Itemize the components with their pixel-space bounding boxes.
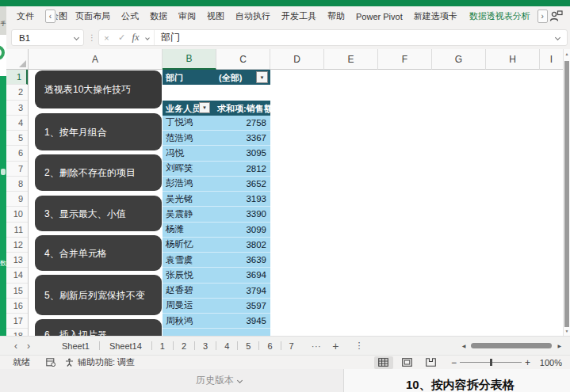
name-box[interactable]: B1: [11, 29, 84, 46]
row-header[interactable]: 2: [6, 85, 28, 100]
pivot-row[interactable]: 刘晖笑2812: [163, 162, 270, 177]
pivot-row[interactable]: 彭浩鸿3652: [163, 177, 270, 192]
sheet-nav-left-button[interactable]: ‹: [10, 341, 22, 352]
tab-developer[interactable]: 开发工具: [276, 10, 322, 22]
pivot-row[interactable]: 周秋鸿3945: [163, 314, 270, 329]
column-header-i[interactable]: I: [540, 49, 563, 70]
column-header-e[interactable]: E: [324, 49, 378, 70]
horizontal-scrollbar[interactable]: ◀ ▶: [460, 343, 564, 348]
tab-formulas[interactable]: 公式: [116, 10, 144, 22]
pivot-row-field-header[interactable]: 业务人员: [166, 103, 201, 115]
tab-draw-partial[interactable]: 绘图: [56, 10, 70, 22]
row-header[interactable]: 5: [6, 131, 28, 146]
tip-box-2[interactable]: 2、删除不存在的项目: [35, 154, 162, 191]
row-header[interactable]: 8: [6, 177, 28, 192]
tab-new-tab[interactable]: 新建选项卡: [408, 10, 463, 22]
sheet-nav-right-button[interactable]: ›: [22, 341, 35, 352]
tab-page-layout[interactable]: 页面布局: [70, 10, 116, 22]
row-header[interactable]: 13: [6, 253, 28, 268]
formula-bar-expand-icon[interactable]: [556, 36, 560, 40]
column-header-c[interactable]: C: [216, 49, 270, 70]
zoom-out-button[interactable]: −: [451, 357, 457, 368]
vertical-scrollbar[interactable]: ▲ ▼: [563, 49, 570, 336]
sheet-tab-1[interactable]: 1: [152, 337, 173, 355]
row-header[interactable]: 9: [6, 192, 28, 207]
function-chevron-icon[interactable]: [142, 36, 153, 40]
row-header[interactable]: 3: [6, 101, 28, 116]
sheet-tab-2[interactable]: 2: [174, 337, 194, 355]
page-layout-view-button[interactable]: [398, 356, 417, 369]
row-header[interactable]: 15: [6, 284, 28, 299]
pivot-values-header[interactable]: 求和项:销售额: [217, 103, 270, 115]
add-sheet-button[interactable]: +: [332, 340, 339, 352]
sheet-tab-sheet1[interactable]: Sheet1: [52, 337, 99, 355]
tab-help[interactable]: 帮助: [322, 10, 350, 22]
cell-grid[interactable]: 透视表10大操作技巧 1、按年月组合 2、删除不存在的项目 3、显示最大、小值 …: [29, 70, 563, 336]
name-box-chevron-icon[interactable]: [70, 36, 83, 40]
pivot-row[interactable]: 袁雪虞3639: [163, 253, 270, 268]
macro-record-icon[interactable]: [46, 358, 55, 367]
insert-function-button[interactable]: fx: [129, 32, 142, 44]
zoom-slider-thumb[interactable]: [490, 359, 492, 366]
scroll-down-icon[interactable]: ▼: [564, 329, 570, 333]
pivot-row[interactable]: 丁悦鸿2758: [163, 116, 270, 131]
pivot-row[interactable]: 杨昕忆3802: [163, 238, 270, 253]
row-header[interactable]: 17: [6, 314, 28, 329]
row-header[interactable]: 12: [6, 238, 28, 253]
tip-box-6[interactable]: 6、插入切片器: [35, 319, 162, 336]
tip-box-4[interactable]: 4、合并单元格: [35, 235, 162, 271]
tip-box-title[interactable]: 透视表10大操作技巧: [35, 70, 162, 108]
pivot-filter-field[interactable]: 部门: [166, 72, 183, 84]
row-header[interactable]: 4: [6, 116, 28, 131]
ribbon-scroll-right-button[interactable]: ›: [537, 10, 548, 23]
vertical-scrollbar-thumb[interactable]: [564, 61, 569, 327]
row-header[interactable]: 14: [6, 268, 28, 283]
sheet-tab-5[interactable]: 5: [238, 337, 258, 355]
pivot-row[interactable]: 吴光铭3193: [163, 192, 270, 207]
pivot-row-partial[interactable]: [163, 329, 270, 336]
more-sheets-icon[interactable]: ···: [312, 341, 322, 351]
ribbon-scroll-left-button[interactable]: ‹: [45, 10, 55, 23]
column-header-d[interactable]: D: [270, 49, 324, 70]
sheet-tab-6[interactable]: 6: [259, 337, 280, 355]
tab-automate[interactable]: 自动执行: [230, 10, 276, 22]
sheet-tab-3[interactable]: 3: [195, 337, 216, 355]
pivot-row[interactable]: 杨潍3099: [163, 223, 270, 238]
enter-button[interactable]: ✓: [114, 32, 129, 43]
autofilter-dropdown-button[interactable]: ▼: [199, 102, 210, 113]
pivot-row[interactable]: 范浩鸿3367: [163, 131, 270, 146]
share-icon[interactable]: [549, 10, 563, 22]
sheet-tab-sheet14[interactable]: Sheet14: [100, 337, 151, 355]
accessibility-icon[interactable]: [65, 358, 74, 367]
row-header[interactable]: 10: [6, 207, 28, 222]
page-break-view-button[interactable]: [422, 356, 441, 369]
accessibility-status-label[interactable]: 辅助功能: 调查: [78, 356, 135, 368]
scroll-right-icon[interactable]: ▶: [555, 343, 564, 348]
column-header-b[interactable]: B: [163, 49, 216, 70]
row-header[interactable]: 6: [6, 146, 28, 161]
sheet-options-icon[interactable]: ⋮: [354, 341, 363, 351]
history-version-link[interactable]: 历史版本: [196, 374, 242, 387]
tab-file[interactable]: 文件: [6, 10, 44, 22]
zoom-slider[interactable]: [460, 358, 522, 367]
tab-view[interactable]: 视图: [201, 10, 230, 22]
row-header[interactable]: 16: [6, 299, 28, 314]
tab-power-pivot[interactable]: Power Pivot: [350, 12, 408, 21]
row-header[interactable]: 18: [6, 329, 28, 336]
pivot-row[interactable]: 冯悦3095: [163, 146, 270, 161]
zoom-level-label[interactable]: 100%: [537, 358, 562, 367]
formula-input[interactable]: 部门: [161, 31, 556, 44]
scroll-up-icon[interactable]: ▲: [564, 51, 570, 56]
column-header-f[interactable]: F: [378, 49, 432, 70]
sheet-tab-7[interactable]: 7: [281, 337, 302, 355]
select-all-button[interactable]: [6, 49, 29, 70]
row-header[interactable]: 11: [6, 223, 28, 238]
pivot-row[interactable]: 周曼运3597: [163, 299, 270, 314]
cancel-button[interactable]: ×: [99, 33, 114, 43]
tab-review[interactable]: 审阅: [173, 10, 201, 22]
zoom-in-button[interactable]: +: [525, 357, 530, 368]
column-header-a[interactable]: A: [29, 49, 163, 70]
tip-box-5[interactable]: 5、刷新后列宽保持不变: [35, 275, 162, 315]
column-header-g[interactable]: G: [432, 49, 486, 70]
sheet-tab-4[interactable]: 4: [216, 337, 237, 355]
